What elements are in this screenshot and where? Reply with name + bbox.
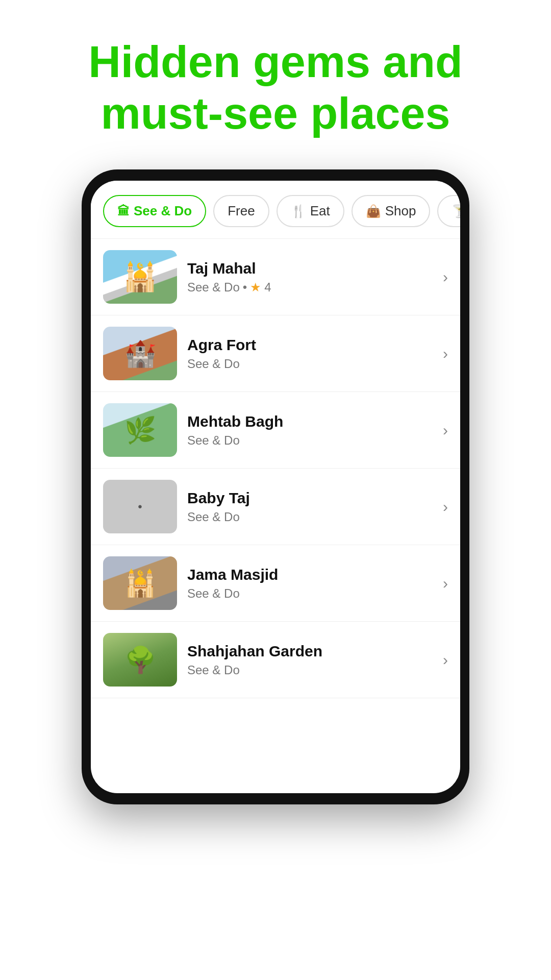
place-meta: See & Do: [187, 357, 433, 371]
chevron-right-icon: ›: [443, 422, 448, 439]
place-rating: 4: [264, 280, 271, 295]
place-info: Taj Mahal See & Do • ★ 4: [187, 260, 433, 295]
place-category: See & Do: [187, 663, 240, 677]
place-thumbnail: [103, 403, 177, 457]
tab-party[interactable]: 🍸 Party: [437, 195, 460, 227]
place-meta: See & Do: [187, 433, 433, 448]
chevron-right-icon: ›: [443, 575, 448, 592]
place-thumbnail: [103, 480, 177, 533]
place-meta: See & Do • ★ 4: [187, 280, 433, 295]
place-info: Jama Masjid See & Do: [187, 566, 433, 601]
place-info: Baby Taj See & Do: [187, 489, 433, 524]
place-meta: See & Do: [187, 510, 433, 524]
list-item[interactable]: Jama Masjid See & Do ›: [91, 545, 460, 622]
place-meta: See & Do: [187, 586, 433, 601]
place-info: Agra Fort See & Do: [187, 336, 433, 371]
tab-shop[interactable]: 👜 Shop: [352, 195, 431, 227]
tab-eat[interactable]: 🍴 Eat: [277, 195, 344, 227]
place-list: Taj Mahal See & Do • ★ 4 › Agra Fort S: [91, 239, 460, 698]
place-category: See & Do: [187, 357, 240, 371]
chevron-right-icon: ›: [443, 268, 448, 286]
party-icon: 🍸: [452, 204, 460, 218]
place-thumbnail: [103, 250, 177, 304]
list-item[interactable]: Shahjahan Garden See & Do ›: [91, 622, 460, 698]
tab-free-label: Free: [228, 203, 255, 219]
list-item[interactable]: Taj Mahal See & Do • ★ 4 ›: [91, 239, 460, 315]
list-item[interactable]: Agra Fort See & Do ›: [91, 315, 460, 392]
tab-see-do-label: See & Do: [134, 203, 192, 219]
place-name: Taj Mahal: [187, 260, 433, 277]
filter-bar: 🏛 See & Do Free 🍴 Eat 👜 Shop 🍸 Party: [91, 181, 460, 239]
place-meta: See & Do: [187, 663, 433, 677]
place-thumbnail: [103, 633, 177, 687]
place-name: Baby Taj: [187, 489, 433, 507]
place-thumbnail: [103, 327, 177, 380]
list-item[interactable]: Mehtab Bagh See & Do ›: [91, 392, 460, 469]
see-do-icon: 🏛: [117, 204, 130, 218]
chevron-right-icon: ›: [443, 651, 448, 669]
place-info: Shahjahan Garden See & Do: [187, 643, 433, 677]
eat-icon: 🍴: [291, 204, 306, 218]
dot-separator: •: [243, 280, 247, 295]
place-info: Mehtab Bagh See & Do: [187, 413, 433, 448]
chevron-right-icon: ›: [443, 498, 448, 516]
tab-shop-label: Shop: [385, 203, 416, 219]
place-category: See & Do: [187, 433, 240, 448]
hero-title: Hidden gems and must-see places: [0, 0, 551, 169]
tab-free[interactable]: Free: [213, 195, 269, 227]
place-category: See & Do: [187, 280, 240, 295]
list-item[interactable]: Baby Taj See & Do ›: [91, 469, 460, 545]
shop-icon: 👜: [366, 204, 381, 218]
place-name: Shahjahan Garden: [187, 643, 433, 660]
chevron-right-icon: ›: [443, 345, 448, 362]
place-category: See & Do: [187, 586, 240, 601]
phone-shell: 🏛 See & Do Free 🍴 Eat 👜 Shop 🍸 Party: [82, 169, 469, 804]
place-name: Agra Fort: [187, 336, 433, 354]
star-icon: ★: [250, 280, 261, 295]
place-category: See & Do: [187, 510, 240, 524]
place-name: Mehtab Bagh: [187, 413, 433, 430]
place-name: Jama Masjid: [187, 566, 433, 583]
tab-see-do[interactable]: 🏛 See & Do: [103, 195, 206, 227]
place-thumbnail: [103, 556, 177, 610]
phone-screen: 🏛 See & Do Free 🍴 Eat 👜 Shop 🍸 Party: [91, 181, 460, 793]
tab-eat-label: Eat: [310, 203, 330, 219]
